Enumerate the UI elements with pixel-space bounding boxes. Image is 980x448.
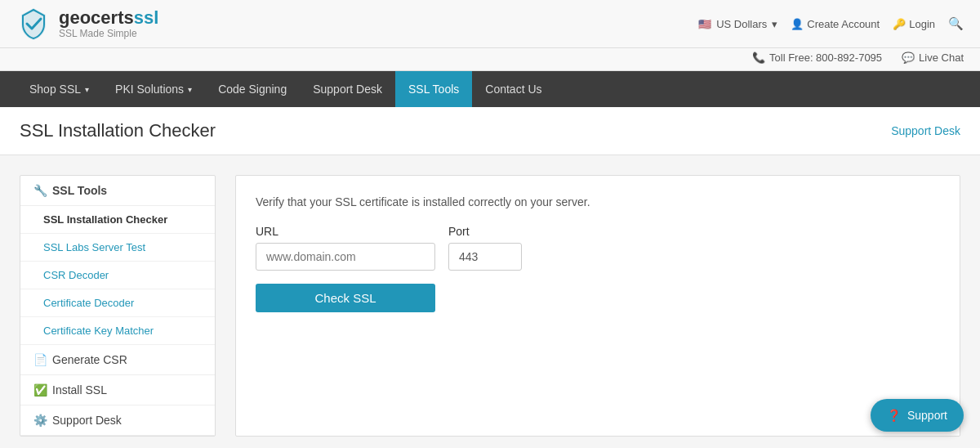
sidebar-support-desk[interactable]: ⚙️ Support Desk: [20, 405, 215, 436]
check-ssl-button[interactable]: Check SSL: [256, 284, 435, 312]
currency-label: US Dollars: [716, 18, 767, 30]
sidebar-generate-csr-label: Generate CSR: [52, 353, 127, 366]
nav-code-signing-label: Code Signing: [218, 83, 287, 96]
nav-contact-us[interactable]: Contact Us: [472, 71, 555, 107]
sidebar-ssl-tools-header: 🔧 SSL Tools: [20, 176, 215, 206]
nav-support-desk-label: Support Desk: [313, 83, 382, 96]
check-icon: ✅: [33, 383, 47, 396]
sidebar-install-ssl-label: Install SSL: [52, 383, 107, 396]
port-label: Port: [448, 225, 522, 238]
phone-icon: 📞: [752, 52, 765, 64]
sidebar-ssl-tools-title: SSL Tools: [52, 184, 107, 197]
create-account-link[interactable]: 👤 Create Account: [791, 18, 880, 30]
login-icon: 🔑: [893, 18, 906, 30]
chevron-down-icon: ▾: [85, 85, 89, 94]
sidebar-item-cert-key-matcher[interactable]: Certificate Key Matcher: [20, 317, 215, 345]
support-desk-link[interactable]: Support Desk: [891, 124, 960, 137]
logo-text: geocertsssl SSL Made Simple: [59, 8, 158, 39]
contact-bar: 📞 Toll Free: 800-892-7095 💬 Live Chat: [0, 48, 980, 71]
live-chat-link[interactable]: 💬 Live Chat: [902, 52, 964, 64]
port-input[interactable]: [448, 243, 522, 271]
logo-geo: geocerts: [59, 7, 134, 28]
question-icon: ❓: [887, 409, 901, 422]
logo-ssl: ssl: [134, 7, 159, 28]
tool-area: Verify that your SSL certificate is inst…: [235, 175, 960, 437]
page-title: SSL Installation Checker: [20, 120, 216, 141]
support-button[interactable]: ❓ Support: [871, 399, 964, 432]
nav-ssl-tools-label: SSL Tools: [408, 83, 459, 96]
gear-icon: ⚙️: [33, 414, 47, 427]
page-header: SSL Installation Checker Support Desk: [0, 107, 980, 155]
main-nav: Shop SSL ▾ PKI Solutions ▾ Code Signing …: [0, 71, 980, 107]
nav-code-signing[interactable]: Code Signing: [205, 71, 300, 107]
chevron-down-icon: ▾: [772, 18, 777, 30]
login-label: Login: [909, 18, 935, 30]
currency-selector[interactable]: 🇺🇸 US Dollars ▾: [698, 18, 777, 30]
sidebar-item-csr-decoder[interactable]: CSR Decoder: [20, 262, 215, 289]
live-chat-label: Live Chat: [919, 52, 964, 64]
logo-icon: [16, 7, 51, 41]
url-input[interactable]: [256, 243, 435, 271]
port-form-group: Port: [448, 225, 522, 271]
sidebar-support-desk-label: Support Desk: [52, 414, 122, 427]
form-row: URL Port: [256, 225, 940, 271]
nav-pki-label: PKI Solutions: [115, 83, 184, 96]
wrench-icon: 🔧: [33, 184, 47, 197]
sidebar-item-ssl-labs[interactable]: SSL Labs Server Test: [20, 234, 215, 262]
nav-pki-solutions[interactable]: PKI Solutions ▾: [102, 71, 205, 107]
search-button[interactable]: 🔍: [948, 16, 964, 31]
create-account-label: Create Account: [807, 18, 880, 30]
flag-icon: 🇺🇸: [698, 18, 711, 30]
support-label: Support: [907, 409, 947, 422]
sidebar-item-cert-decoder[interactable]: Certificate Decoder: [20, 289, 215, 317]
sidebar-install-ssl[interactable]: ✅ Install SSL: [20, 375, 215, 405]
login-link[interactable]: 🔑 Login: [893, 18, 935, 30]
user-icon: 👤: [791, 18, 804, 30]
url-label: URL: [256, 225, 435, 238]
top-bar: geocertsssl SSL Made Simple 🇺🇸 US Dollar…: [0, 0, 980, 48]
logo-tagline: SSL Made Simple: [59, 28, 158, 39]
file-icon: 📄: [33, 353, 47, 366]
top-bar-right: 🇺🇸 US Dollars ▾ 👤 Create Account 🔑 Login…: [698, 16, 964, 31]
sidebar-item-ssl-installation-checker[interactable]: SSL Installation Checker: [20, 206, 215, 234]
url-form-group: URL: [256, 225, 435, 271]
tool-description: Verify that your SSL certificate is inst…: [256, 195, 940, 208]
chevron-down-icon: ▾: [188, 85, 192, 94]
logo-area: geocertsssl SSL Made Simple: [16, 7, 158, 41]
toll-free-label: Toll Free: 800-892-7095: [769, 52, 882, 64]
logo-name: geocertsssl: [59, 8, 158, 28]
sidebar-generate-csr[interactable]: 📄 Generate CSR: [20, 345, 215, 375]
toll-free-info: 📞 Toll Free: 800-892-7095: [752, 52, 882, 64]
nav-shop-ssl-label: Shop SSL: [29, 83, 81, 96]
nav-contact-us-label: Contact Us: [485, 83, 541, 96]
nav-shop-ssl[interactable]: Shop SSL ▾: [16, 71, 102, 107]
content-area: 🔧 SSL Tools SSL Installation Checker SSL…: [0, 155, 980, 448]
nav-support-desk[interactable]: Support Desk: [300, 71, 395, 107]
nav-ssl-tools[interactable]: SSL Tools: [395, 71, 472, 107]
chat-icon: 💬: [902, 52, 915, 64]
sidebar: 🔧 SSL Tools SSL Installation Checker SSL…: [20, 175, 216, 437]
